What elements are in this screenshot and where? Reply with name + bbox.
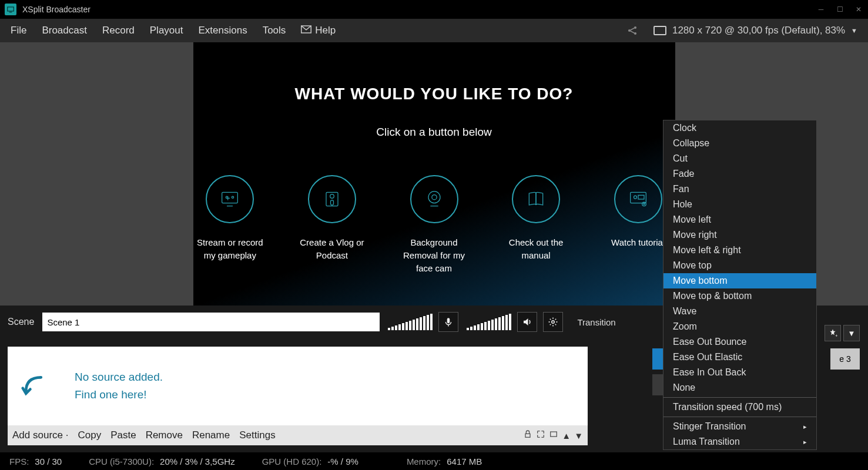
cm-item-move-top-bottom[interactable]: Move top & bottom [663, 288, 816, 304]
cm-item-move-left[interactable]: Move left [663, 212, 816, 227]
no-source-line2[interactable]: Find one here! [75, 386, 163, 404]
gamepad-monitor-icon [206, 175, 254, 223]
svg-rect-1 [9, 12, 12, 12]
cm-item-ease-out-bounce[interactable]: Ease Out Bounce [663, 334, 816, 350]
chevron-right-icon: ▸ [803, 438, 807, 446]
copy-button[interactable]: Copy [78, 429, 101, 441]
cm-item-fan[interactable]: Fan [663, 182, 816, 197]
action-manual[interactable]: Check out the manual [499, 175, 573, 274]
menu-extensions[interactable]: Extensions [198, 25, 247, 36]
chevron-down-icon: ▼ [851, 27, 857, 34]
titlebar: XSplit Broadcaster ─ ☐ ✕ [0, 0, 868, 19]
arrow-down-icon [21, 373, 46, 399]
menu-help[interactable]: Help [315, 25, 336, 36]
svg-rect-19 [447, 318, 450, 323]
svg-point-13 [428, 192, 440, 203]
cm-item-none[interactable]: None [663, 380, 816, 395]
lock-icon[interactable] [523, 429, 532, 442]
frame-icon[interactable] [549, 429, 558, 442]
mic-level-meter[interactable] [388, 314, 433, 330]
scene-label: Scene [8, 317, 34, 327]
microphone-button[interactable] [438, 312, 458, 332]
cm-item-move-bottom[interactable]: Move bottom [663, 273, 816, 288]
share-icon[interactable] [626, 25, 638, 36]
menu-broadcast[interactable]: Broadcast [42, 25, 87, 36]
cm-item-hole[interactable]: Hole [663, 197, 816, 212]
gpu-value: -% / 9% [327, 456, 358, 466]
action-label: Check out the manual [499, 236, 573, 262]
menu-file[interactable]: File [11, 25, 26, 36]
cpu-label: CPU (i5-7300U): [89, 456, 154, 466]
speaker-button[interactable] [517, 312, 537, 332]
statusbar: FPS: 30 / 30 CPU (i5-7300U): 20% / 3% / … [0, 452, 868, 470]
scene-button-3[interactable]: e 3 [830, 348, 860, 370]
svg-point-9 [232, 196, 234, 198]
maximize-button[interactable]: ☐ [834, 5, 846, 14]
svg-rect-0 [8, 7, 14, 11]
cm-item-fade[interactable]: Fade [663, 166, 816, 182]
cm-item-wave[interactable]: Wave [663, 304, 816, 319]
move-down-icon[interactable]: ▼ [574, 431, 583, 441]
cm-separator [663, 397, 816, 398]
scene-dropdown-button[interactable]: ▼ [843, 325, 860, 341]
source-settings-button[interactable]: Settings [239, 429, 275, 441]
move-up-icon[interactable]: ▲ [562, 431, 571, 441]
action-label: Stream or record my gameplay [193, 236, 267, 262]
cm-item-ease-out-elastic[interactable]: Ease Out Elastic [663, 350, 816, 365]
action-bg-removal[interactable]: Background Removal for my face cam [397, 175, 471, 274]
cm-separator [663, 417, 816, 417]
paste-button[interactable]: Paste [110, 429, 136, 441]
svg-rect-22 [525, 434, 530, 437]
resolution-text: 1280 x 720 @ 30,00 fps (Default), 83% [672, 25, 845, 36]
menu-tools[interactable]: Tools [263, 25, 286, 36]
resolution-display[interactable]: 1280 x 720 @ 30,00 fps (Default), 83% ▼ [653, 25, 857, 36]
cm-item-stinger[interactable]: Stinger Transition▸ [663, 419, 816, 434]
cm-item-collapse[interactable]: Collapse [663, 136, 816, 151]
add-source-button[interactable]: Add source · [12, 429, 68, 441]
book-icon [512, 175, 560, 223]
action-vlog-podcast[interactable]: Create a Vlog or Podcast [295, 175, 369, 274]
monitor-icon [653, 26, 666, 35]
remove-button[interactable]: Remove [146, 429, 183, 441]
podcast-icon [308, 175, 356, 223]
no-source-line1: No source added. [75, 368, 163, 386]
action-stream-gameplay[interactable]: Stream or record my gameplay [193, 175, 267, 274]
svg-rect-17 [638, 195, 644, 199]
menubar: File Broadcast Record Playout Extensions… [0, 19, 868, 42]
svg-point-14 [431, 195, 436, 200]
cm-item-luma[interactable]: Luma Transition▸ [663, 434, 816, 449]
action-label: Create a Vlog or Podcast [295, 236, 369, 262]
menu-playout[interactable]: Playout [150, 25, 183, 36]
mail-icon [301, 25, 311, 36]
speaker-level-meter[interactable] [467, 314, 511, 330]
svg-rect-12 [330, 200, 333, 205]
app-icon [5, 4, 16, 15]
canvas-subheading: Click on a button below [193, 126, 675, 139]
cm-item-move-left-right[interactable]: Move left & right [663, 243, 816, 258]
settings-button[interactable] [543, 312, 563, 332]
window-title: XSplit Broadcaster [22, 5, 91, 14]
add-scene-button[interactable]: + [825, 325, 841, 341]
cm-item-cut[interactable]: Cut [663, 151, 816, 166]
memory-label: Memory: [407, 456, 441, 466]
cm-item-transition-speed[interactable]: Transition speed (700 ms) [663, 400, 816, 415]
scene-name-input[interactable] [42, 313, 380, 331]
svg-text:+: + [835, 333, 837, 338]
video-tutorial-icon [614, 175, 662, 223]
rename-button[interactable]: Rename [192, 429, 230, 441]
menu-record[interactable]: Record [102, 25, 135, 36]
minimize-button[interactable]: ─ [815, 5, 827, 14]
fps-value: 30 / 30 [35, 456, 62, 466]
close-button[interactable]: ✕ [853, 5, 864, 14]
cm-item-ease-in-out-back[interactable]: Ease In Out Back [663, 365, 816, 380]
preview-canvas: WHAT WOULD YOU LIKE TO DO? Click on a bu… [193, 42, 675, 306]
memory-value: 6417 MB [447, 456, 482, 466]
expand-icon[interactable] [536, 429, 545, 442]
canvas-heading: WHAT WOULD YOU LIKE TO DO? [193, 85, 675, 103]
cm-item-zoom[interactable]: Zoom [663, 319, 816, 334]
svg-rect-23 [551, 432, 557, 437]
cm-item-move-right[interactable]: Move right [663, 227, 816, 243]
cm-item-clock[interactable]: Clock [663, 120, 816, 136]
cm-item-move-top[interactable]: Move top [663, 258, 816, 273]
svg-rect-6 [222, 192, 238, 203]
